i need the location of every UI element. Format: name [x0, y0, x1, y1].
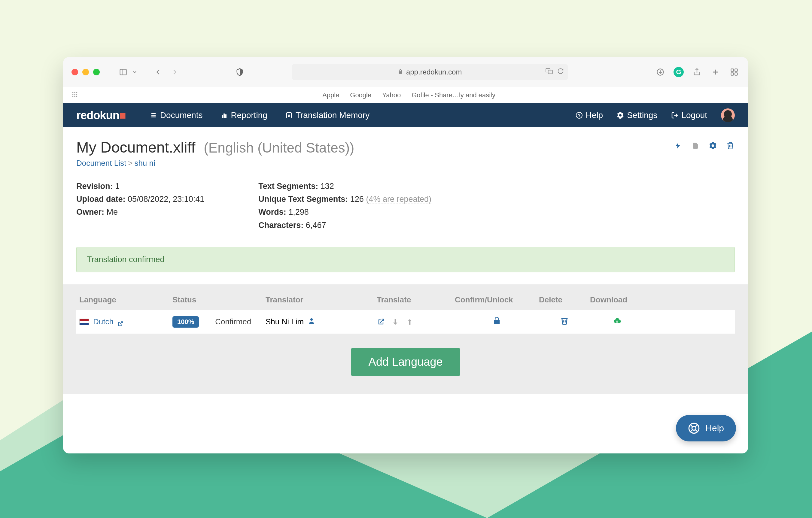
browser-window: app.redokun.com G	[63, 57, 748, 453]
col-language: Language	[79, 295, 172, 304]
chevron-down-icon[interactable]	[132, 67, 138, 78]
title-actions	[673, 139, 735, 150]
svg-point-19	[72, 96, 74, 97]
nav-label: Documents	[160, 111, 203, 120]
lock-icon[interactable]	[493, 316, 501, 325]
share-icon[interactable]	[692, 67, 702, 78]
window-minimize-icon[interactable]	[82, 69, 89, 75]
bookmark-item[interactable]: Apple	[322, 91, 339, 99]
svg-rect-23	[151, 115, 155, 116]
svg-point-20	[74, 96, 76, 97]
page-title: My Document.xliff (English (United State…	[76, 139, 354, 156]
open-translate-icon[interactable]	[377, 318, 385, 326]
reload-icon[interactable]	[557, 68, 564, 76]
gear-icon[interactable]	[708, 141, 717, 150]
shield-icon[interactable]	[234, 67, 245, 78]
nav-right: ? Help Settings Logout	[576, 109, 735, 122]
gear-icon	[617, 112, 624, 119]
window-zoom-icon[interactable]	[93, 69, 100, 75]
delete-cell	[539, 316, 590, 327]
svg-rect-11	[731, 73, 733, 75]
nav-logout[interactable]: Logout	[671, 111, 707, 120]
language-link[interactable]: Dutch	[93, 317, 114, 327]
svg-rect-25	[222, 115, 223, 118]
confirm-cell	[455, 316, 539, 327]
nav-label: Logout	[681, 111, 707, 120]
language-cell: Dutch	[79, 317, 172, 327]
grammarly-icon[interactable]: G	[673, 67, 684, 77]
nav-label: Translation Memory	[296, 111, 370, 120]
new-tab-icon[interactable]	[710, 67, 721, 78]
breadcrumb-current[interactable]: shu ni	[134, 158, 155, 168]
svg-point-36	[310, 318, 313, 321]
avatar[interactable]	[721, 109, 735, 122]
svg-rect-22	[151, 113, 155, 114]
svg-point-15	[76, 92, 78, 93]
help-bubble-label: Help	[705, 423, 724, 433]
col-download: Download	[590, 295, 644, 304]
col-translate: Translate	[377, 295, 455, 304]
breadcrumb-root[interactable]: Document List	[76, 158, 126, 168]
external-link-icon[interactable]	[118, 319, 123, 325]
svg-rect-12	[735, 73, 737, 75]
bookmark-item[interactable]: Gofile - Share…ly and easily	[411, 91, 495, 99]
add-language-button[interactable]: Add Language	[351, 348, 460, 376]
flag-nl-icon	[79, 318, 89, 325]
svg-rect-26	[224, 114, 225, 118]
bolt-icon[interactable]	[673, 141, 683, 150]
nav-back-icon[interactable]	[153, 67, 164, 78]
documents-icon	[150, 112, 157, 119]
nav-links: Documents Reporting Translation Memory	[150, 111, 370, 120]
nav-forward-icon[interactable]	[169, 67, 180, 78]
meta-right-column: Text Segments: 132 Unique Text Segments:…	[258, 180, 431, 232]
app-logo[interactable]: redokun■	[76, 109, 126, 122]
bookmark-item[interactable]: Yahoo	[382, 91, 401, 99]
nav-label: Settings	[627, 111, 657, 120]
help-bubble[interactable]: Help	[676, 415, 736, 441]
traffic-lights	[71, 69, 100, 75]
meta-left-column: Revision: 1 Upload date: 05/08/2022, 23:…	[76, 180, 204, 232]
bookmark-item[interactable]: Google	[350, 91, 371, 99]
address-bar[interactable]: app.redokun.com	[292, 64, 568, 80]
file-gray-icon[interactable]	[691, 141, 700, 150]
table-row: Dutch 100% Confirmed Shu Ni Lim	[76, 310, 735, 334]
status-text: Confirmed	[215, 317, 251, 327]
tab-overview-icon[interactable]	[729, 67, 740, 78]
svg-point-14	[74, 92, 76, 93]
trash-icon[interactable]	[726, 141, 735, 150]
document-name: My Document.xliff	[76, 139, 195, 156]
col-confirm: Confirm/Unlock	[455, 295, 539, 304]
nav-settings[interactable]: Settings	[617, 111, 657, 120]
lock-icon	[398, 68, 403, 76]
nav-help[interactable]: ? Help	[576, 111, 603, 120]
trash-icon[interactable]	[560, 316, 569, 325]
book-icon	[285, 112, 293, 119]
svg-line-42	[690, 430, 692, 432]
translate-icon[interactable]	[545, 67, 553, 77]
svg-line-35	[120, 322, 122, 324]
nav-documents[interactable]: Documents	[150, 111, 203, 120]
col-translator: Translator	[266, 295, 377, 304]
svg-line-41	[695, 425, 698, 427]
apps-grid-icon[interactable]	[71, 91, 78, 99]
window-close-icon[interactable]	[71, 69, 78, 75]
downloads-icon[interactable]	[655, 67, 666, 78]
svg-rect-9	[731, 69, 733, 71]
col-delete: Delete	[539, 295, 590, 304]
svg-line-40	[695, 430, 698, 432]
page-content: My Document.xliff (English (United State…	[63, 127, 748, 394]
svg-point-17	[74, 94, 76, 95]
download-cloud-icon[interactable]	[613, 316, 621, 325]
arrow-down-icon[interactable]	[391, 318, 400, 326]
translator-cell: Shu Ni Lim	[266, 317, 377, 327]
languages-section: Language Status Translator Translate Con…	[63, 284, 748, 394]
logout-icon	[671, 112, 678, 119]
download-cell	[590, 316, 644, 327]
svg-rect-10	[735, 69, 737, 71]
arrow-up-icon[interactable]	[406, 318, 414, 326]
nav-reporting[interactable]: Reporting	[221, 111, 267, 120]
nav-translation-memory[interactable]: Translation Memory	[285, 111, 370, 120]
nav-label: Reporting	[231, 111, 267, 120]
app-navbar: redokun■ Documents Reporting Translation…	[63, 103, 748, 127]
sidebar-toggle-icon[interactable]	[118, 67, 128, 78]
